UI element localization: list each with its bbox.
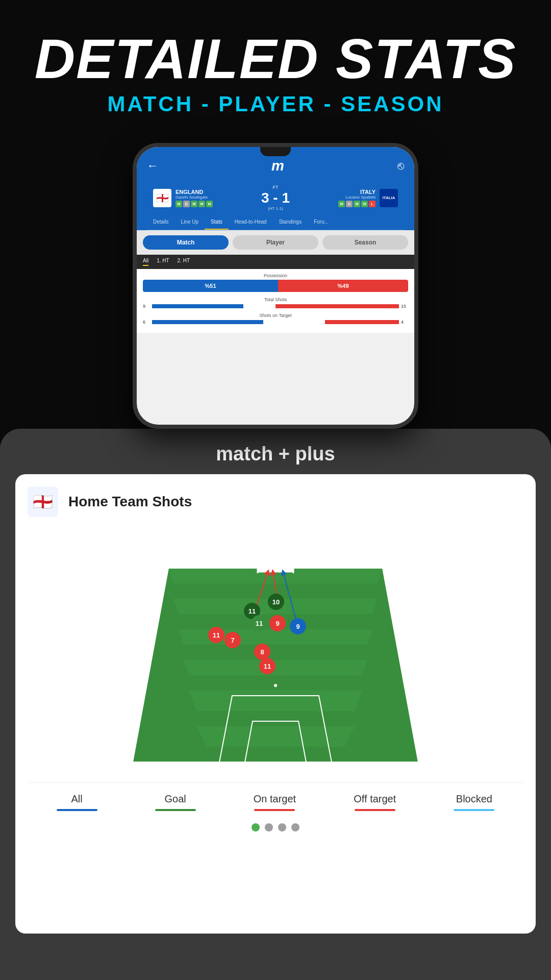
possession-bar: %51 %49 xyxy=(143,280,408,292)
legend-goal-label: Goal xyxy=(165,793,186,805)
away-form-l: L xyxy=(369,201,375,207)
home-team-info: ENGLAND Gareth Southgate W D W W W xyxy=(176,189,213,207)
shot-dot-11-red2: 11 xyxy=(208,627,224,643)
phone-notch xyxy=(260,147,291,156)
away-form-w2: W xyxy=(354,201,360,207)
shots-on-target-away: 4 xyxy=(401,320,408,325)
away-badge: ITALIA xyxy=(380,189,398,207)
total-shots-bar-home xyxy=(152,304,243,308)
hero-title: DETAILED STATS xyxy=(20,31,531,87)
possession-away: %49 xyxy=(278,280,408,292)
home-form: W D W W W xyxy=(176,201,213,207)
legend-off-target: Off target xyxy=(354,793,396,811)
tab-player[interactable]: Player xyxy=(233,235,318,250)
tab-lineup[interactable]: Line Up xyxy=(175,215,205,230)
form-w2: W xyxy=(191,201,197,207)
tab-season[interactable]: Season xyxy=(322,235,408,250)
hero-subtitle: MATCH - PLAYER - SEASON xyxy=(20,92,531,116)
form-d: D xyxy=(183,201,190,207)
tab-stats[interactable]: Stats xyxy=(205,215,229,230)
bar-gap xyxy=(243,304,276,308)
app-topbar: ← m ⎋ 🏴󠁧󠁢󠁥󠁮󠁧󠁿 ENGLAND Gareth Southgate xyxy=(137,147,414,230)
stats-section: Possession %51 %49 Total Shots 9 xyxy=(137,269,414,333)
legend-off-target-label: Off target xyxy=(354,793,396,805)
phone-mockup: ← m ⎋ 🏴󠁧󠁢󠁥󠁮󠁧󠁿 ENGLAND Gareth Southgate xyxy=(133,143,418,429)
back-icon[interactable]: ← xyxy=(147,159,158,173)
total-shots-home: 9 xyxy=(143,304,150,309)
away-form-w: W xyxy=(338,201,345,207)
phone-screen: ← m ⎋ 🏴󠁧󠁢󠁥󠁮󠁧󠁿 ENGLAND Gareth Southgate xyxy=(137,147,414,425)
tab-match[interactable]: Match xyxy=(143,235,229,250)
legend-on-target: On target xyxy=(254,793,296,811)
away-form: W D W W L xyxy=(338,201,375,207)
page-dot-3[interactable] xyxy=(278,823,286,831)
shots-on-target-label: Shots on Target xyxy=(143,313,408,318)
shot-dot-9-red: 9 xyxy=(269,615,286,631)
shots-on-target-stat: Shots on Target 6 4 xyxy=(143,313,408,325)
logo-letter: m xyxy=(271,158,284,174)
hero-section: DETAILED STATS MATCH - PLAYER - SEASON xyxy=(0,0,551,132)
shots-on-target-bar-row: 6 4 xyxy=(143,320,408,325)
tab-h2h[interactable]: Head-to-Head xyxy=(229,215,273,230)
legend-goal: Goal xyxy=(155,793,196,811)
total-shots-label: Total Shots xyxy=(143,297,408,302)
form-w4: W xyxy=(206,201,213,207)
shot-dot-10-green: 10 xyxy=(268,594,284,610)
bottom-content: 🏴󠁧󠁢󠁥󠁮󠁧󠁿 Home Team Shots xyxy=(15,474,536,934)
page-dot-1[interactable] xyxy=(252,823,260,831)
away-team: ITALIA ITALY Luciano Spalletti W D W W L xyxy=(338,189,398,207)
share-icon[interactable]: ⎋ xyxy=(397,159,404,173)
legend-on-target-label: On target xyxy=(254,793,296,805)
half-time: (HT 1-1) xyxy=(261,206,290,211)
page-dot-2[interactable] xyxy=(265,823,273,831)
time-all[interactable]: All xyxy=(143,258,148,266)
bottom-panel: match + plus 🏴󠁧󠁢󠁥󠁮󠁧󠁿 Home Team Shots xyxy=(0,429,551,980)
shots-on-target-bar xyxy=(152,320,399,324)
time-ht1[interactable]: 1. HT xyxy=(157,258,169,266)
shot-dot-11-red: 11 xyxy=(259,658,276,674)
legend-blocked-label: Blocked xyxy=(456,793,492,805)
app-name: match + plus xyxy=(216,443,335,464)
shots-on-target-bar-home xyxy=(152,320,263,324)
app-logo: m xyxy=(268,156,288,176)
shots-on-target-bar-away xyxy=(325,320,399,324)
shot-title: Home Team Shots xyxy=(68,494,192,510)
phone-outer: ← m ⎋ 🏴󠁧󠁢󠁥󠁮󠁧󠁿 ENGLAND Gareth Southgate xyxy=(133,143,418,429)
home-team: 🏴󠁧󠁢󠁥󠁮󠁧󠁿 ENGLAND Gareth Southgate W D W W… xyxy=(153,189,213,207)
page-dot-4[interactable] xyxy=(291,823,299,831)
match-status: FT xyxy=(261,185,290,190)
legend-goal-line xyxy=(155,809,196,811)
home-team-name: ENGLAND xyxy=(176,189,213,195)
legend-all: All xyxy=(57,793,97,811)
shot-legend: All Goal On target Off target Blocked xyxy=(28,782,523,816)
tab-standings[interactable]: Standings xyxy=(273,215,308,230)
shot-header: 🏴󠁧󠁢󠁥󠁮󠁧󠁿 Home Team Shots xyxy=(28,486,523,517)
legend-blocked-line xyxy=(454,809,494,811)
legend-blocked: Blocked xyxy=(454,793,494,811)
shot-dot-11-green: 11 xyxy=(251,615,267,631)
form-w3: W xyxy=(198,201,205,207)
match-score: 3 - 1 xyxy=(261,190,290,206)
england-badge: 🏴󠁧󠁢󠁥󠁮󠁧󠁿 xyxy=(28,486,58,517)
tab-details[interactable]: Details xyxy=(147,215,175,230)
app-tabs: Details Line Up Stats Head-to-Head Stand… xyxy=(147,215,404,230)
away-team-info: ITALY Luciano Spalletti W D W W L xyxy=(338,189,375,207)
total-shots-bar xyxy=(152,304,399,308)
legend-all-line xyxy=(57,809,97,811)
pitch-container: 10 11 11 9 9 7 8 11 11 xyxy=(117,527,434,772)
total-shots-bar-away xyxy=(276,304,399,308)
legend-all-label: All xyxy=(71,793,82,805)
legend-on-target-line xyxy=(254,809,295,811)
away-form-d: D xyxy=(346,201,353,207)
possession-label: Possession xyxy=(143,273,408,278)
shot-dot-7-red: 7 xyxy=(224,632,241,648)
pagination xyxy=(28,816,523,839)
time-ht2[interactable]: 2. HT xyxy=(178,258,190,266)
shot-dot-9-blue: 9 xyxy=(290,618,306,634)
home-badge: 🏴󠁧󠁢󠁥󠁮󠁧󠁿 xyxy=(153,189,171,207)
tab-forum[interactable]: Foru... xyxy=(308,215,335,230)
shots-on-target-home: 6 xyxy=(143,320,150,325)
away-manager: Luciano Spalletti xyxy=(338,195,375,200)
score-center: FT 3 - 1 (HT 1-1) xyxy=(261,185,290,211)
match-info: 🏴󠁧󠁢󠁥󠁮󠁧󠁿 ENGLAND Gareth Southgate W D W W… xyxy=(147,181,404,215)
